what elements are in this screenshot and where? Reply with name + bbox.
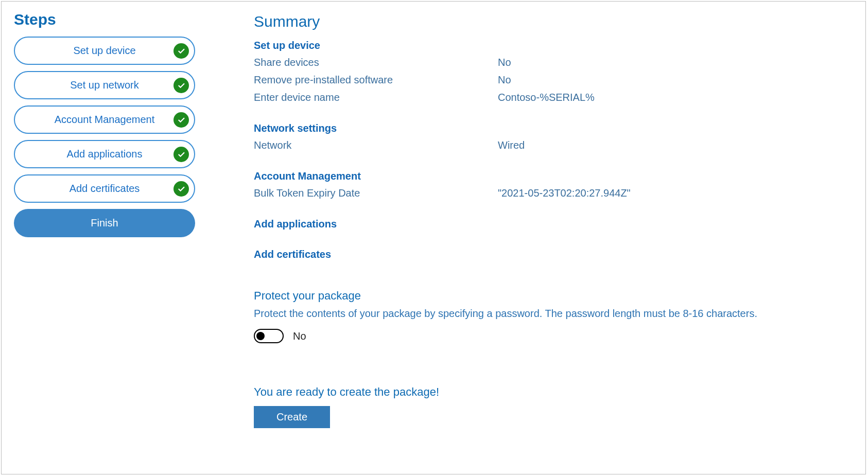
summary-row: Network Wired: [254, 136, 845, 154]
section-header-network: Network settings: [254, 122, 845, 134]
step-setup-device[interactable]: Set up device: [14, 37, 195, 65]
summary-label: Network: [254, 136, 498, 154]
step-label: Finish: [91, 217, 118, 229]
sidebar-title: Steps: [14, 11, 195, 28]
check-icon: [173, 181, 189, 197]
protect-toggle-state: No: [293, 330, 306, 342]
step-label: Set up network: [70, 79, 138, 91]
page-title: Summary: [254, 13, 845, 30]
step-label: Account Management: [55, 114, 155, 126]
step-add-applications[interactable]: Add applications: [14, 140, 195, 168]
summary-value: No: [498, 71, 845, 89]
step-setup-network[interactable]: Set up network: [14, 71, 195, 99]
summary-value: Wired: [498, 136, 845, 154]
step-label: Add applications: [67, 148, 143, 160]
summary-row: Remove pre-installed software No: [254, 71, 845, 89]
summary-value: Contoso-%SERIAL%: [498, 89, 845, 106]
create-button[interactable]: Create: [254, 406, 330, 428]
step-label: Set up device: [73, 45, 135, 57]
check-icon: [173, 78, 189, 93]
check-icon: [173, 43, 189, 59]
protect-toggle-row: No: [254, 329, 845, 343]
summary-row: Share devices No: [254, 54, 845, 71]
summary-value: No: [498, 54, 845, 71]
check-icon: [173, 147, 189, 162]
summary-label: Enter device name: [254, 89, 498, 106]
summary-label: Share devices: [254, 54, 498, 71]
protect-package-description: Protect the contents of your package by …: [254, 308, 845, 320]
app-window: Steps Set up device Set up network Accou…: [1, 1, 866, 474]
toggle-knob-icon: [256, 332, 265, 340]
summary-value: "2021-05-23T02:20:27.944Z": [498, 184, 845, 202]
section-header-account: Account Management: [254, 170, 845, 182]
summary-label: Bulk Token Expiry Date: [254, 184, 498, 202]
check-icon: [173, 112, 189, 128]
steps-sidebar: Steps Set up device Set up network Accou…: [2, 2, 207, 474]
step-add-certificates[interactable]: Add certificates: [14, 174, 195, 203]
step-label: Add certificates: [70, 183, 140, 195]
section-header-certificates: Add certificates: [254, 249, 845, 260]
step-finish[interactable]: Finish: [14, 209, 195, 237]
step-account-management[interactable]: Account Management: [14, 105, 195, 134]
section-header-applications: Add applications: [254, 218, 845, 230]
summary-row: Enter device name Contoso-%SERIAL%: [254, 89, 845, 106]
main-panel: Summary Set up device Share devices No R…: [207, 2, 865, 474]
ready-message: You are ready to create the package!: [254, 385, 845, 399]
section-header-setup-device: Set up device: [254, 40, 845, 51]
protect-toggle[interactable]: [254, 329, 284, 343]
protect-package-title: Protect your package: [254, 289, 845, 303]
summary-row: Bulk Token Expiry Date "2021-05-23T02:20…: [254, 184, 845, 202]
summary-label: Remove pre-installed software: [254, 71, 498, 89]
